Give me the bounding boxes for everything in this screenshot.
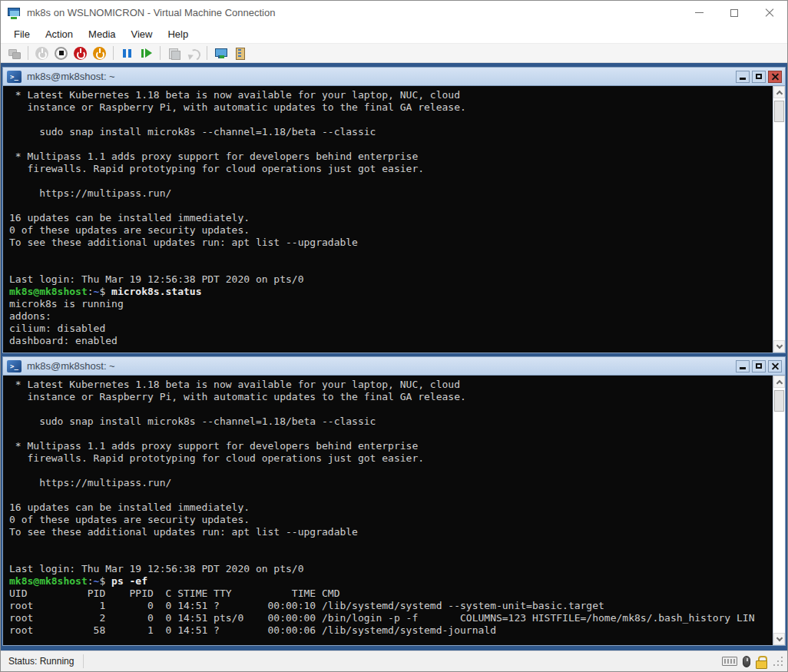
minimize-icon <box>740 367 746 369</box>
terminal-1-scrollbar[interactable] <box>773 86 785 353</box>
pause-icon <box>121 47 134 60</box>
terminal-line: * Multipass 1.1 adds proxy support for d… <box>9 151 785 163</box>
terminal-line: UID PID PPID C STIME TTY TIME CMD <box>9 588 785 600</box>
scroll-down-button[interactable] <box>773 633 785 645</box>
terminal-2-title: mk8s@mk8shost: ~ <box>27 360 733 372</box>
minimize-icon <box>695 12 704 13</box>
menu-item-view[interactable]: View <box>124 25 161 43</box>
terminal-line: addons: <box>9 310 785 323</box>
toolbar-separator <box>160 46 161 60</box>
save-button[interactable] <box>90 45 109 62</box>
save-icon <box>93 47 106 60</box>
maximize-button[interactable] <box>717 1 752 25</box>
status-bar: Status: Running <box>1 650 787 671</box>
terminal-line: sudo snap install microk8s --channel=1.1… <box>9 126 785 138</box>
terminal-icon: >_ <box>7 71 22 83</box>
ctrl-alt-del-button <box>5 45 24 62</box>
shut-down-button[interactable] <box>71 45 90 62</box>
terminal-1-minimize-button[interactable] <box>736 71 750 83</box>
reset-icon <box>140 47 153 60</box>
terminal-line: instance or Raspberry Pi, with automatic… <box>9 101 785 114</box>
terminal-line <box>9 114 785 126</box>
terminal-1-maximize-button[interactable] <box>752 71 766 83</box>
chevron-up-icon <box>776 379 782 386</box>
keyboard-icon <box>722 657 737 666</box>
terminal-line <box>9 261 785 273</box>
terminal-line <box>9 175 785 187</box>
scroll-up-button[interactable] <box>773 86 785 98</box>
minimize-icon <box>740 78 746 80</box>
prompt-text: : <box>88 575 94 587</box>
terminal-2-titlebar[interactable]: >_ mk8s@mk8shost: ~ <box>3 357 785 375</box>
terminal-line: To see these additional updates run: apt… <box>9 526 785 538</box>
terminal-2-minimize-button[interactable] <box>736 360 750 372</box>
terminal-line: dashboard: enabled <box>9 335 785 347</box>
terminal-2-maximize-button[interactable] <box>752 360 766 372</box>
terminal-line: 0 of these updates are security updates. <box>9 224 785 237</box>
window-controls <box>681 1 787 25</box>
toolbar-separator <box>113 46 114 60</box>
scroll-thumb[interactable] <box>774 390 784 412</box>
prompt-text: microk8s.status <box>111 286 201 297</box>
scroll-thumb[interactable] <box>774 101 784 122</box>
terminal-2-scrollbar[interactable] <box>773 376 785 645</box>
hyperv-icon <box>8 7 21 19</box>
start-button <box>32 45 51 62</box>
terminal-line: Last login: Thu Mar 19 12:56:38 PDT 2020… <box>9 563 785 575</box>
menu-bar: FileActionMediaViewHelp <box>1 25 787 43</box>
toolbar-separator <box>207 46 207 60</box>
terminal-line: root 58 1 0 14:51 ? 00:00:06 /lib/system… <box>9 624 785 637</box>
reset-button[interactable] <box>137 45 156 62</box>
close-icon <box>765 8 774 18</box>
checkpoint-button <box>164 45 184 62</box>
start-icon <box>35 47 48 60</box>
minimize-button[interactable] <box>681 1 717 25</box>
terminal-line: sudo snap install microk8s --channel=1.1… <box>9 415 785 428</box>
revert-button <box>184 45 203 62</box>
terminal-1-content[interactable]: * Latest Kubernetes 1.18 beta is now ava… <box>3 85 785 353</box>
window-titlebar[interactable]: mk8s on WSLNOMICRON - Virtual Machine Co… <box>1 1 787 25</box>
turn-off-button[interactable] <box>51 45 71 62</box>
terminal-2-content[interactable]: * Latest Kubernetes 1.18 beta is now ava… <box>3 375 785 645</box>
terminal-line: mk8s@mk8shost:~$ microk8s.status <box>9 286 785 298</box>
terminal-line: 16 updates can be installed immediately. <box>9 212 785 224</box>
terminal-1-titlebar[interactable]: >_ mk8s@mk8shost: ~ <box>3 68 785 85</box>
terminal-line: firewalls. Rapid prototyping for cloud o… <box>9 452 785 465</box>
lock-icon <box>756 655 766 667</box>
enhanced-session-icon <box>214 47 227 60</box>
menu-item-help[interactable]: Help <box>160 25 196 43</box>
enhanced-session-button[interactable] <box>211 45 230 62</box>
terminal-line <box>9 428 785 440</box>
close-icon <box>772 362 779 369</box>
toolbar <box>1 43 787 63</box>
ctrl-alt-del-icon <box>8 47 21 60</box>
close-button[interactable] <box>752 1 787 25</box>
pause-button[interactable] <box>118 45 137 62</box>
prompt-user-host: mk8s@mk8shost <box>9 575 88 587</box>
close-icon <box>772 73 779 80</box>
terminal-line: firewalls. Rapid prototyping for cloud o… <box>9 163 785 175</box>
share-button[interactable] <box>230 45 250 62</box>
menu-item-file[interactable]: File <box>6 25 38 43</box>
terminal-line <box>9 200 785 212</box>
menu-item-action[interactable]: Action <box>38 25 81 43</box>
mouse-icon <box>743 656 750 667</box>
vm-display[interactable]: >_ mk8s@mk8shost: ~ * Latest Kubernetes … <box>1 63 787 650</box>
terminal-line <box>9 551 785 563</box>
terminal-2-close-button[interactable] <box>768 360 782 372</box>
terminal-line <box>9 465 785 477</box>
terminal-1-title: mk8s@mk8shost: ~ <box>27 71 733 82</box>
terminal-line: root 2 0 0 14:51 pts/0 00:00:00 /bin/log… <box>9 612 785 624</box>
revert-icon <box>187 47 200 60</box>
terminal-line <box>9 489 785 502</box>
prompt-text: $ <box>99 286 111 297</box>
toolbar-separator <box>28 46 28 60</box>
scroll-up-button[interactable] <box>773 376 785 388</box>
menu-item-media[interactable]: Media <box>81 25 123 43</box>
share-icon <box>233 47 247 60</box>
scroll-down-button[interactable] <box>773 340 785 353</box>
statusbar-separator <box>83 654 84 668</box>
chevron-up-icon <box>776 90 782 96</box>
terminal-1-close-button[interactable] <box>768 71 782 83</box>
resize-grip[interactable] <box>773 657 783 667</box>
